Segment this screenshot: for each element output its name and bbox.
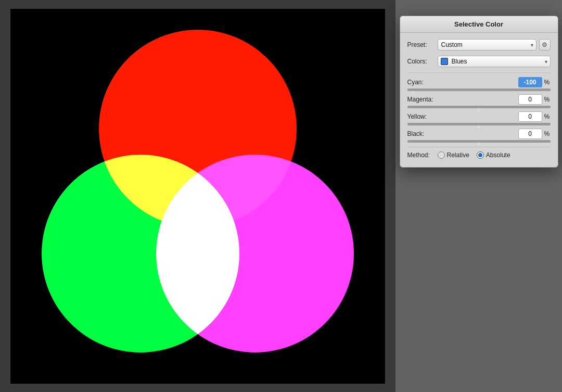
yellow-thumb-row: ▲ [407,123,551,130]
yellow-track[interactable]: ▲ [407,123,551,125]
yellow-pct: % [544,113,551,120]
yellow-value[interactable] [518,111,542,122]
black-label-row: Black: % [407,129,551,139]
relative-label: Relative [447,151,469,159]
yellow-label-row: Yellow: % [407,111,551,122]
dialog-body: Preset: Custom Default Cyanotype ▾ ⚙ Col… [400,33,558,167]
absolute-label: Absolute [486,151,510,159]
black-thumb-row: ▲ [407,140,551,147]
magenta-thumb[interactable]: ▲ [476,106,482,112]
black-label: Black: [407,130,518,137]
black-thumb[interactable]: ▲ [476,140,482,146]
yellow-thumb[interactable]: ▲ [476,123,482,129]
cyan-thumb[interactable]: ▲ [410,88,416,95]
dialog-titlebar: Selective Color [400,16,558,33]
venn-diagram [10,9,385,384]
cyan-slider-group: Cyan: % ▲ [407,77,551,91]
black-value[interactable] [518,129,542,139]
magenta-track[interactable]: ▲ [407,106,551,108]
black-track[interactable]: ▲ [407,140,551,143]
cyan-thumb-row: ▲ [407,88,551,96]
absolute-radio[interactable] [477,151,484,159]
circle-magenta [156,155,354,352]
cyan-label-row: Cyan: % [407,77,551,87]
preset-select[interactable]: Custom Default Cyanotype [438,39,537,50]
colors-label: Colors: [407,58,438,65]
gear-icon: ⚙ [542,41,547,48]
colors-select-wrapper: Reds Yellows Greens Cyans Blues Magentas… [438,56,551,67]
black-slider-group: Black: % ▲ [407,129,551,143]
method-label: Method: [407,151,438,159]
yellow-slider-group: Yellow: % ▲ [407,111,551,125]
absolute-radio-dot [478,153,482,157]
divider-1 [407,72,551,73]
method-row: Method: Relative Absolute [407,151,551,159]
cyan-label: Cyan: [407,79,518,86]
canvas-area [0,0,395,392]
method-radio-group: Relative Absolute [438,151,510,159]
magenta-pct: % [544,96,551,103]
yellow-label: Yellow: [407,113,518,120]
canvas [10,9,385,384]
magenta-label: Magenta: [407,96,518,103]
method-relative-option[interactable]: Relative [438,151,469,159]
magenta-slider-group: Magenta: % ▲ [407,94,551,108]
colors-row: Colors: Reds Yellows Greens Cyans Blues … [407,56,551,67]
preset-row: Preset: Custom Default Cyanotype ▾ ⚙ [407,39,551,50]
colors-select[interactable]: Reds Yellows Greens Cyans Blues Magentas… [438,56,551,67]
cyan-value[interactable] [518,77,542,87]
preset-select-wrapper: Custom Default Cyanotype ▾ [438,39,537,50]
dialog-title: Selective Color [454,20,503,28]
magenta-label-row: Magenta: % [407,94,551,105]
magenta-thumb-row: ▲ [407,106,551,113]
cyan-track[interactable]: ▲ [407,88,551,91]
cyan-pct: % [544,79,551,86]
right-panel: Selective Color Preset: Custom Default C… [395,0,562,392]
selective-color-dialog: Selective Color Preset: Custom Default C… [400,16,558,168]
preset-label: Preset: [407,41,438,48]
relative-radio[interactable] [438,151,445,159]
black-pct: % [544,130,551,137]
method-absolute-option[interactable]: Absolute [477,151,510,159]
gear-button[interactable]: ⚙ [539,39,551,50]
magenta-value[interactable] [518,94,542,105]
